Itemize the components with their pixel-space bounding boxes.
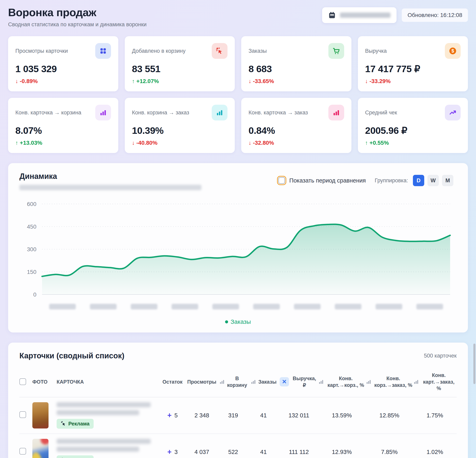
table-row: Реклама +3 4 037 522 41 111 112 12.93% 7… — [19, 434, 457, 458]
stat-value: 8 683 — [248, 63, 344, 74]
compare-period-checkbox[interactable] — [279, 177, 285, 184]
stat-delta: ↓ -33.65% — [248, 78, 344, 84]
ad-badge: Реклама — [57, 455, 94, 458]
stat-value: 0.84% — [248, 125, 344, 136]
grouping-day-button[interactable]: D — [413, 175, 424, 186]
revenue-value: 111 112 — [280, 449, 318, 455]
views-value: 4 037 — [185, 449, 219, 455]
svg-text:150: 150 — [27, 269, 36, 275]
product-photo[interactable] — [32, 402, 49, 428]
stat-card: Конв. корзина → заказ 10.39% ↓ -40.80% — [125, 98, 235, 153]
sort-bars-icon[interactable] — [219, 379, 225, 385]
sort-bars-icon[interactable] — [318, 379, 324, 385]
product-name-redacted — [57, 402, 151, 407]
stat-label: Выручка — [365, 48, 387, 54]
orders-value: 41 — [247, 412, 280, 419]
stat-delta: ↑ +13.03% — [15, 140, 111, 146]
date-range-value-redacted — [340, 13, 391, 18]
table-title: Карточки (сводный список) — [19, 351, 124, 360]
stat-label: Добавлено в корзину — [132, 48, 186, 54]
stat-delta: ↓ -40.80% — [132, 140, 228, 146]
conv-card-cart-value: 12.93% — [318, 449, 366, 455]
revenue-value: 132 011 — [280, 412, 318, 419]
stat-delta: ↑ +12.07% — [132, 78, 228, 84]
cart-icon — [328, 43, 344, 59]
add-stock-icon[interactable]: + — [167, 412, 171, 419]
stat-value: 83 551 — [132, 63, 228, 74]
x-tick-label-redacted — [253, 304, 280, 309]
product-sku-redacted — [57, 410, 139, 415]
page-scrollbar[interactable] — [473, 344, 476, 384]
sort-bars-icon[interactable] — [413, 379, 419, 385]
dynamics-panel: Динамика Показать период сравнения Групп… — [8, 163, 468, 333]
col-cart-label: В корзину — [227, 375, 247, 388]
col-conv-cart-order[interactable]: Конв. корз.→заказ, % — [366, 375, 413, 388]
conv-card-order-value: 1.75% — [413, 412, 457, 419]
clear-sort-icon[interactable]: ✕ — [280, 377, 289, 386]
add-stock-icon[interactable]: + — [167, 448, 171, 456]
col-revenue[interactable]: ✕ Выручка, ₽ — [280, 375, 318, 388]
svg-text:0: 0 — [33, 291, 36, 298]
stat-value: 8.07% — [15, 125, 111, 136]
cards-count: 500 карточек — [424, 353, 457, 359]
compare-period-label: Показать период сравнения — [289, 177, 366, 184]
col-conv-card-cart-label: Конв. карт.→корз., % — [326, 375, 366, 388]
trend-up-icon — [445, 105, 461, 120]
conv-card-order-value: 1.02% — [413, 449, 457, 455]
grouping-week-button[interactable]: W — [427, 175, 439, 186]
x-tick-label-redacted — [49, 304, 76, 309]
grid-icon — [95, 43, 111, 59]
col-revenue-label: Выручка, ₽ — [291, 375, 318, 388]
sort-bars-icon[interactable] — [250, 379, 256, 385]
stat-delta: ↓ -0.89% — [15, 78, 111, 84]
product-cell: Реклама — [57, 439, 160, 458]
stat-delta: ↑ +0.55% — [365, 140, 461, 146]
product-photo[interactable] — [32, 439, 49, 458]
stats-grid: Просмотры карточки 1 035 329 ↓ -0.89% До… — [8, 36, 468, 153]
chart-legend[interactable]: Заказы — [19, 318, 457, 325]
grouping-label: Группировка: — [375, 177, 408, 184]
calendar-icon — [328, 11, 336, 19]
conv-cart-order-value: 7.85% — [366, 449, 413, 455]
svg-text:600: 600 — [27, 201, 36, 207]
page-header: Воронка продаж Сводная статистика по кар… — [8, 6, 468, 28]
page-subtitle: Сводная статистика по карточкам и динами… — [8, 21, 147, 28]
x-tick-label-redacted — [294, 304, 321, 309]
table-header-row: ФОТО КАРТОЧКА Остаток Просмотры В корзин… — [19, 368, 457, 397]
dynamics-period-redacted — [19, 185, 201, 190]
page-title: Воронка продаж — [8, 6, 147, 19]
stat-label: Конв. корзина → заказ — [132, 109, 189, 116]
stock-value: 5 — [174, 412, 178, 419]
dynamics-title-block: Динамика — [19, 172, 201, 191]
ad-badge: Реклама — [57, 419, 94, 429]
cart-value: 319 — [219, 412, 247, 419]
col-photo: ФОТО — [32, 379, 57, 385]
sort-bars-icon[interactable] — [366, 379, 372, 385]
col-card: КАРТОЧКА — [57, 379, 160, 385]
col-cart[interactable]: В корзину — [219, 375, 247, 388]
grouping-month-button[interactable]: M — [442, 175, 453, 186]
x-tick-label-redacted — [416, 304, 443, 309]
col-conv-card-order-label: Конв. карт.→заказ, % — [421, 372, 457, 392]
product-sku-redacted — [57, 447, 139, 452]
legend-label: Заказы — [230, 318, 251, 325]
col-conv-card-cart[interactable]: Конв. карт.→корз., % — [318, 375, 366, 388]
bar-chart-icon — [95, 105, 111, 120]
stat-card: Добавлено в корзину 83 551 ↑ +12.07% — [125, 36, 235, 91]
x-tick-label-redacted — [335, 304, 362, 309]
date-range-picker[interactable] — [322, 7, 397, 23]
col-conv-card-order[interactable]: Конв. карт.→заказ, % — [413, 372, 457, 392]
conv-card-cart-value: 13.59% — [318, 412, 366, 419]
col-stock: Остаток — [160, 379, 185, 385]
stat-value: 2005.96 ₽ — [365, 125, 461, 136]
col-orders[interactable]: Заказы — [247, 379, 280, 385]
views-value: 2 348 — [185, 412, 219, 419]
row-checkbox[interactable] — [19, 448, 26, 455]
cart-value: 522 — [219, 449, 247, 455]
header-actions: Обновлено: 16:12:08 — [322, 7, 468, 23]
row-checkbox[interactable] — [19, 411, 26, 418]
stat-value: 17 417 775 ₽ — [365, 63, 461, 74]
stat-card: Просмотры карточки 1 035 329 ↓ -0.89% — [8, 36, 118, 91]
page-header-text: Воронка продаж Сводная статистика по кар… — [8, 6, 147, 28]
select-all-checkbox[interactable] — [19, 378, 26, 385]
